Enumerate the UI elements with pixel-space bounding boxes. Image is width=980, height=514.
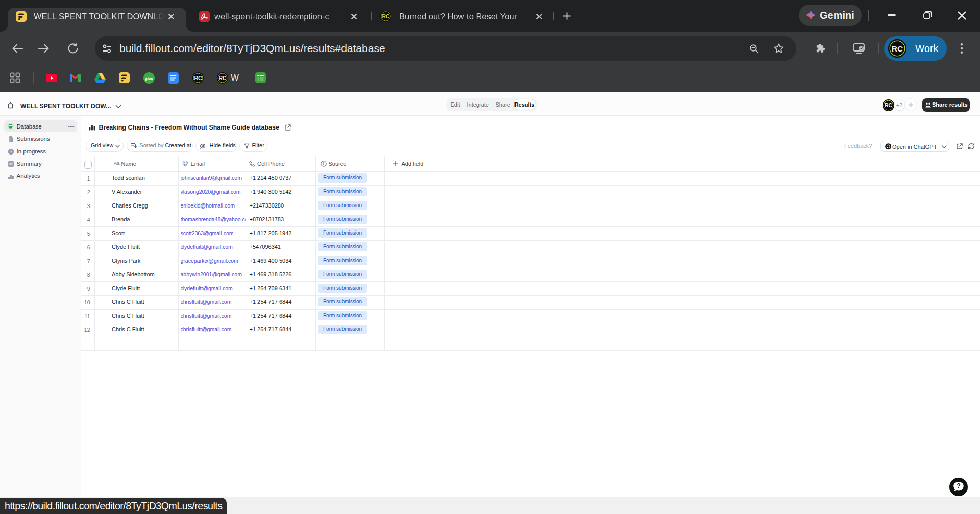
svg-text:RC: RC [382,13,390,19]
svg-text:gloo: gloo [145,76,153,81]
svg-text:RC: RC [218,74,227,81]
svg-text:RC: RC [194,74,202,81]
svg-text:?: ? [957,482,960,490]
svg-text:RC: RC [885,102,892,108]
svg-text:RC: RC [892,44,903,53]
